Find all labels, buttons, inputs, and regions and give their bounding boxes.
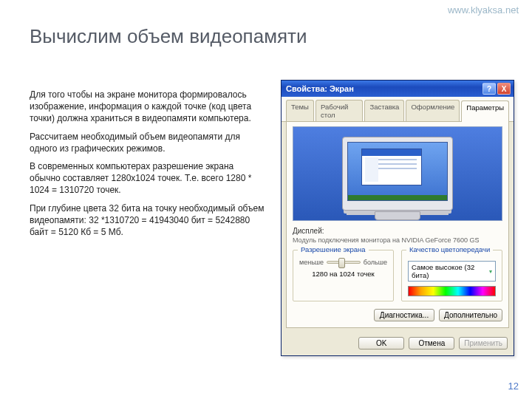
group-color-legend: Качество цветопередачи [406, 245, 493, 253]
display-description: Модуль подключения монитора на NVIDIA Ge… [293, 236, 502, 244]
watermark: www.klyaksa.net [448, 4, 519, 16]
group-resolution-legend: Разрешение экрана [298, 245, 369, 253]
dialog-title: Свойства: Экран [286, 84, 354, 93]
titlebar[interactable]: Свойства: Экран ? X [282, 81, 514, 97]
chevron-down-icon: ▾ [489, 268, 492, 275]
apply-button[interactable]: Применить [459, 337, 508, 349]
ok-button[interactable]: OK [358, 337, 404, 349]
page-number: 12 [508, 381, 519, 392]
tab-screensaver[interactable]: Заставка [364, 100, 404, 121]
group-color-quality: Качество цветопередачи Самое высокое (32… [401, 250, 502, 301]
cancel-button[interactable]: Отмена [409, 337, 454, 349]
color-depth-select[interactable]: Самое высокое (32 бита) ▾ [408, 261, 496, 282]
advanced-button[interactable]: Дополнительно [439, 309, 502, 321]
tab-settings[interactable]: Параметры [461, 100, 509, 122]
paragraph: Для того чтобы на экране монитора формир… [30, 89, 266, 125]
body-text: Для того чтобы на экране монитора формир… [30, 89, 266, 244]
dialog-footer: OK Отмена Применить [282, 332, 514, 355]
help-icon[interactable]: ? [482, 83, 496, 95]
paragraph: Рассчитаем необходимый объем видеопамяти… [30, 131, 266, 154]
resolution-value: 1280 на 1024 точек [299, 270, 387, 278]
slide-title: Вычислим объем видеопамяти [30, 25, 307, 48]
slider-min-label: меньше [299, 259, 324, 266]
resolution-slider[interactable] [327, 261, 361, 264]
paragraph: В современных компьютерах разрешение экр… [30, 160, 266, 197]
color-depth-value: Самое высокое (32 бита) [412, 263, 489, 279]
close-icon[interactable]: X [497, 83, 511, 95]
slider-max-label: больше [364, 259, 387, 266]
tab-themes[interactable]: Темы [286, 100, 314, 121]
tab-panel-settings: Дисплей: Модуль подключения монитора на … [286, 122, 509, 328]
tab-appearance[interactable]: Оформление [406, 100, 460, 121]
diagnostics-button[interactable]: Диагностика... [374, 309, 434, 321]
monitor-preview [293, 126, 502, 221]
group-resolution: Разрешение экрана меньше больше 1280 на … [293, 250, 394, 301]
paragraph: При глубине цвета 32 бита на точку необх… [30, 202, 266, 239]
slider-thumb[interactable] [338, 258, 345, 268]
color-spectrum [408, 286, 496, 296]
tabstrip: Темы Рабочий стол Заставка Оформление Па… [282, 97, 514, 122]
display-properties-dialog: Свойства: Экран ? X Темы Рабочий стол За… [281, 80, 514, 356]
tab-desktop[interactable]: Рабочий стол [316, 100, 363, 121]
display-label: Дисплей: [293, 227, 502, 235]
